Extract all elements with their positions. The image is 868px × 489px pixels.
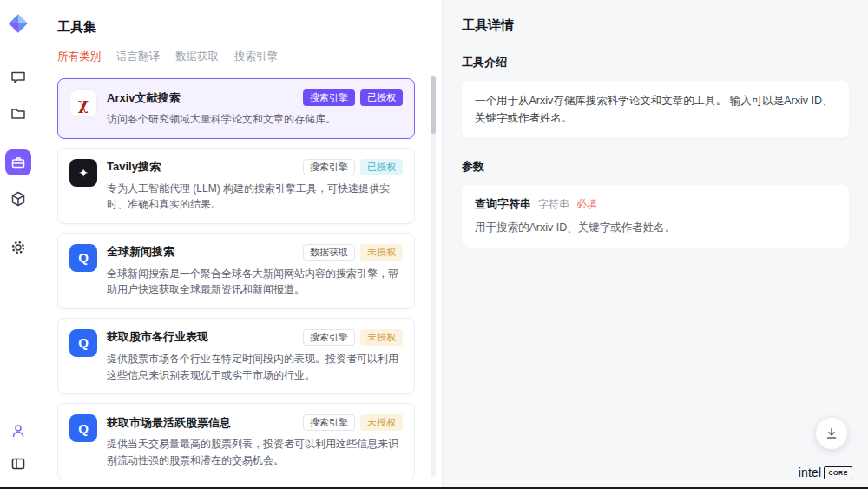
app-logo[interactable] [7,12,30,35]
intel-core-logo: intel CORE [799,466,852,479]
tool-description: 专为人工智能代理 (LLM) 构建的搜索引擎工具，可快速提供实时、准确和真实的结… [107,181,403,213]
gear-icon[interactable] [5,235,31,261]
tool-icon [69,244,97,272]
category-badge: 数据获取 [303,244,355,261]
panel-icon[interactable] [5,451,31,477]
tool-description: 访问各个研究领域大量科学论文和文章的存储库。 [107,111,403,128]
auth-status-badge: 已授权 [360,159,403,175]
category-tab[interactable]: 搜索引擎 [234,50,278,64]
tool-description: 全球新闻搜索是一个聚合全球各大新闻网站内容的搜索引擎，帮助用户快速获取全球最新资… [107,266,403,298]
tool-title: 获取股市各行业表现 [107,329,208,345]
tool-icon [69,89,97,117]
tool-card[interactable]: Arxiv文献搜索 搜索引擎 已授权 访问各个研究领域大量科学论文和文章的存储库… [57,78,415,139]
intro-heading: 工具介绍 [462,55,849,70]
param-type: 字符串 [538,197,569,212]
page-title: 工具集 [57,19,442,36]
param-description: 用于搜索的Arxiv ID、关键字或作者姓名。 [475,220,836,236]
tool-description: 提供股票市场各个行业在特定时间段内的表现。投资者可以利用这些信息来识别表现优于或… [107,351,403,383]
tool-icon [69,159,97,187]
intro-text: 一个用于从Arxiv存储库搜索科学论文和文章的工具。 输入可以是Arxiv ID… [475,92,836,127]
tool-card-body: Tavily搜索 搜索引擎 已授权 专为人工智能代理 (LLM) 构建的搜索引擎… [107,159,403,213]
tool-description: 提供当天交易量最高的股票列表，投资者可以利用这些信息来识别流动性强的股票和潜在的… [107,436,403,468]
brand-secondary: CORE [824,466,852,479]
tool-card-list: Arxiv文献搜索 搜索引擎 已授权 访问各个研究领域大量科学论文和文章的存储库… [57,78,415,479]
tool-card[interactable]: 全球新闻搜索 数据获取 未授权 全球新闻搜索是一个聚合全球各大新闻网站内容的搜索… [57,233,415,309]
detail-title: 工具详情 [462,17,849,34]
category-badge: 搜索引擎 [303,329,355,346]
category-tab[interactable]: 语言翻译 [116,50,160,64]
badge-group: 搜索引擎 已授权 [303,89,403,106]
tool-detail-panel: 工具详情 工具介绍 一个用于从Arxiv存储库搜索科学论文和文章的工具。 输入可… [443,0,868,487]
tool-title: 全球新闻搜索 [107,244,174,260]
auth-status-badge: 已授权 [360,89,403,106]
tool-card[interactable]: 获取市场最活跃股票信息 搜索引擎 未授权 提供当天交易量最高的股票列表，投资者可… [57,403,415,479]
auth-status-badge: 未授权 [360,414,403,431]
category-tab[interactable]: 数据获取 [175,50,219,64]
tool-card[interactable]: Tavily搜索 搜索引擎 已授权 专为人工智能代理 (LLM) 构建的搜索引擎… [57,148,415,224]
tool-title: Arxiv文献搜索 [107,90,181,106]
scrollbar-thumb[interactable] [431,76,436,134]
badge-group: 搜索引擎 已授权 [303,159,403,175]
param-name: 查询字符串 [475,196,531,212]
tool-card-body: 全球新闻搜索 数据获取 未授权 全球新闻搜索是一个聚合全球各大新闻网站内容的搜索… [107,244,403,298]
brand-primary: intel [799,466,822,479]
badge-group: 搜索引擎 未授权 [303,414,403,431]
badge-group: 搜索引擎 未授权 [303,329,403,346]
tool-title: Tavily搜索 [107,159,161,175]
tool-card-body: 获取股市各行业表现 搜索引擎 未授权 提供股票市场各个行业在特定时间段内的表现。… [107,329,403,383]
user-icon[interactable] [5,418,31,444]
param-card: 查询字符串 字符串 必填 用于搜索的Arxiv ID、关键字或作者姓名。 [462,185,849,248]
tool-title: 获取市场最活跃股票信息 [107,415,231,431]
folder-icon[interactable] [5,101,31,127]
badge-group: 数据获取 未授权 [303,244,403,261]
auth-status-badge: 未授权 [360,329,403,346]
category-badge: 搜索引擎 [303,159,355,175]
category-badge: 搜索引擎 [303,89,355,106]
download-button[interactable] [816,418,847,449]
briefcase-icon[interactable] [5,149,31,175]
tool-list-panel: 工具集 所有类别语言翻译数据获取搜索引擎 Arxiv文献搜索 搜索引擎 已授权 [36,0,443,487]
tool-card-body: 获取市场最活跃股票信息 搜索引擎 未授权 提供当天交易量最高的股票列表，投资者可… [107,414,403,468]
tool-icon [69,329,97,357]
tool-icon [69,414,97,442]
auth-status-badge: 未授权 [360,244,403,261]
category-tab[interactable]: 所有类别 [57,50,101,64]
list-scrollbar[interactable] [431,76,436,477]
icon-rail [0,0,36,487]
param-required-flag: 必填 [576,197,597,212]
intro-card: 一个用于从Arxiv存储库搜索科学论文和文章的工具。 输入可以是Arxiv ID… [462,81,849,138]
app-window: 工具集 所有类别语言翻译数据获取搜索引擎 Arxiv文献搜索 搜索引擎 已授权 [0,0,868,487]
params-heading: 参数 [462,159,849,175]
tool-card[interactable]: 获取股市各行业表现 搜索引擎 未授权 提供股票市场各个行业在特定时间段内的表现。… [57,318,415,394]
category-badge: 搜索引擎 [303,414,355,431]
category-tabs: 所有类别语言翻译数据获取搜索引擎 [57,50,442,64]
tool-card-body: Arxiv文献搜索 搜索引擎 已授权 访问各个研究领域大量科学论文和文章的存储库… [107,89,403,128]
cube-icon[interactable] [5,186,31,212]
download-icon [825,426,838,440]
chat-icon[interactable] [5,64,31,90]
